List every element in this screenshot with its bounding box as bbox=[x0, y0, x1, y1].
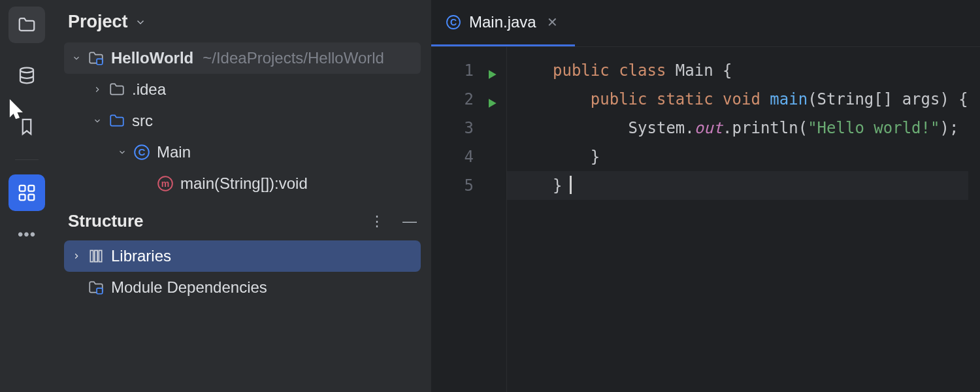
gutter: 1 2 3 4 5 bbox=[431, 47, 507, 392]
chevron-right-icon bbox=[72, 252, 81, 261]
more-tools-button[interactable]: ••• bbox=[18, 225, 36, 244]
project-tool-button[interactable] bbox=[8, 7, 45, 43]
run-gutter-icon[interactable] bbox=[485, 90, 498, 119]
chevron-down-icon bbox=[135, 16, 146, 28]
project-panel-title: Project bbox=[68, 12, 128, 32]
svg-rect-11 bbox=[95, 250, 97, 261]
tree-node-label: .idea bbox=[132, 80, 166, 99]
structure-icon bbox=[17, 183, 37, 203]
tree-node-label: Main bbox=[157, 143, 191, 161]
structure-node-module-deps[interactable]: Module Dependencies bbox=[54, 272, 431, 303]
tree-node-label: main(String[]):void bbox=[180, 174, 308, 193]
tree-root-path: ~/IdeaProjects/HelloWorld bbox=[203, 49, 384, 67]
chevron-down-icon bbox=[72, 54, 81, 63]
line-number: 5 bbox=[431, 171, 474, 200]
side-panel: Project HelloWorld ~/IdeaProjects/HelloW… bbox=[54, 0, 431, 392]
svg-rect-2 bbox=[29, 186, 35, 191]
svg-text:m: m bbox=[161, 178, 170, 189]
editor-tabs: C Main.java ✕ bbox=[431, 0, 980, 47]
line-number: 3 bbox=[431, 114, 474, 142]
chevron-down-icon bbox=[93, 116, 102, 125]
structure-minimize-button[interactable]: — bbox=[402, 213, 417, 230]
database-icon bbox=[17, 66, 37, 86]
structure-node-label: Module Dependencies bbox=[111, 278, 267, 297]
chevron-down-icon bbox=[118, 148, 127, 157]
project-tree: HelloWorld ~/IdeaProjects/HelloWorld .id… bbox=[54, 42, 431, 204]
code-editor[interactable]: 1 2 3 4 5 public class Main { public sta… bbox=[431, 47, 980, 392]
caret-icon bbox=[570, 176, 572, 194]
structure-options-button[interactable]: ⋮ bbox=[370, 213, 384, 230]
svg-rect-4 bbox=[29, 195, 35, 201]
line-number: 1 bbox=[431, 56, 474, 85]
svg-rect-12 bbox=[99, 250, 101, 261]
tool-strip: ••• bbox=[0, 0, 54, 392]
structure-panel-header: Structure ⋮ — bbox=[54, 204, 431, 240]
module-deps-icon bbox=[88, 279, 105, 296]
code-line: } bbox=[553, 142, 968, 171]
code-line: public class Main { bbox=[553, 56, 968, 85]
tree-root-helloworld[interactable]: HelloWorld ~/IdeaProjects/HelloWorld bbox=[64, 42, 421, 74]
line-number: 4 bbox=[431, 142, 474, 171]
database-tool-button[interactable] bbox=[8, 57, 45, 94]
source-folder-icon bbox=[108, 112, 125, 129]
libraries-icon bbox=[88, 248, 105, 265]
svg-rect-3 bbox=[20, 195, 25, 201]
structure-node-label: Libraries bbox=[111, 247, 171, 265]
cursor-icon bbox=[7, 99, 27, 119]
structure-panel-title: Structure bbox=[68, 211, 144, 231]
svg-text:C: C bbox=[450, 17, 457, 27]
svg-rect-10 bbox=[90, 250, 93, 261]
folder-icon bbox=[17, 15, 37, 35]
code-line: System.out.println("Hello world!"); bbox=[553, 114, 968, 142]
structure-node-libraries[interactable]: Libraries bbox=[64, 240, 421, 272]
tree-node-main-method[interactable]: m main(String[]):void bbox=[54, 168, 431, 199]
class-icon: C bbox=[133, 144, 150, 161]
svg-rect-13 bbox=[97, 288, 103, 294]
code-line: public static void main(String[] args) { bbox=[553, 85, 968, 114]
class-icon: C bbox=[446, 14, 461, 30]
code-line: } bbox=[507, 171, 968, 200]
source-code[interactable]: public class Main { public static void m… bbox=[507, 47, 968, 392]
tab-close-button[interactable]: ✕ bbox=[544, 12, 561, 33]
tree-node-label: src bbox=[132, 112, 153, 130]
method-icon: m bbox=[157, 175, 174, 192]
svg-point-0 bbox=[20, 68, 33, 73]
tree-node-main-class[interactable]: C Main bbox=[54, 137, 431, 168]
line-number: 2 bbox=[431, 85, 474, 114]
tab-main-java[interactable]: C Main.java ✕ bbox=[431, 0, 575, 46]
strip-separator bbox=[15, 159, 39, 160]
svg-text:C: C bbox=[139, 146, 146, 157]
tree-node-src[interactable]: src bbox=[54, 105, 431, 137]
project-panel-header[interactable]: Project bbox=[54, 0, 431, 42]
folder-icon bbox=[108, 81, 125, 98]
svg-rect-5 bbox=[97, 59, 103, 65]
structure-tool-button[interactable] bbox=[8, 174, 45, 211]
structure-tree: Libraries Module Dependencies bbox=[54, 240, 431, 308]
bookmark-icon bbox=[17, 117, 37, 137]
tree-node-idea[interactable]: .idea bbox=[54, 74, 431, 105]
run-gutter-icon[interactable] bbox=[485, 61, 498, 90]
tree-root-label: HelloWorld bbox=[111, 49, 193, 67]
bookmarks-tool-button[interactable] bbox=[8, 108, 45, 145]
svg-rect-1 bbox=[20, 186, 25, 191]
chevron-right-icon bbox=[93, 85, 102, 94]
tab-label: Main.java bbox=[469, 13, 536, 31]
project-folder-icon bbox=[88, 50, 105, 67]
editor-area: C Main.java ✕ 1 2 3 4 5 public class Mai… bbox=[431, 0, 980, 392]
